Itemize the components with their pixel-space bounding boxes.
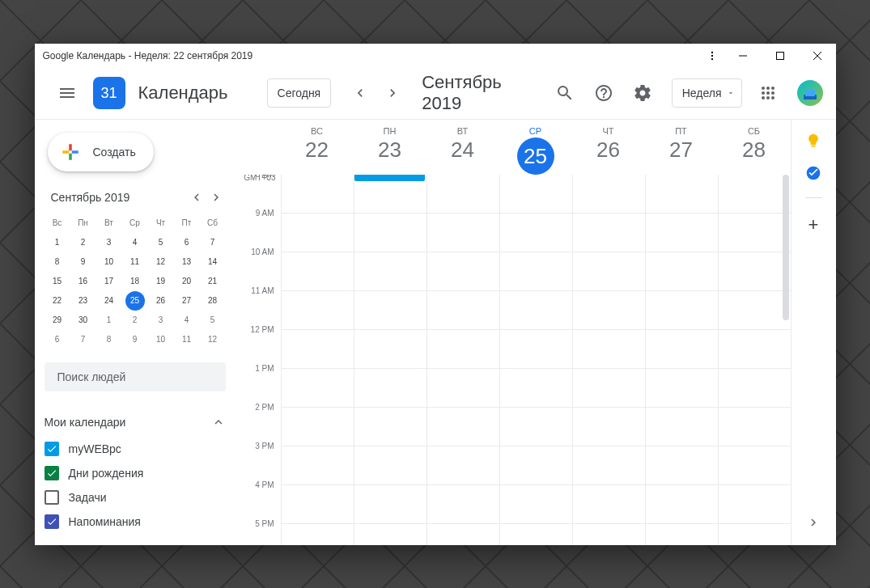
- hour-cell[interactable]: [282, 330, 354, 369]
- google-apps-icon[interactable]: [752, 77, 784, 109]
- calendar-checkbox[interactable]: [45, 442, 59, 456]
- collapse-panel-button[interactable]: [804, 513, 823, 532]
- minical-day[interactable]: 22: [48, 291, 67, 311]
- hour-cell[interactable]: [646, 291, 718, 330]
- hour-cell[interactable]: [282, 291, 354, 330]
- day-column[interactable]: [427, 175, 499, 545]
- minical-day[interactable]: 6: [177, 233, 197, 252]
- hour-cell[interactable]: [719, 369, 791, 408]
- calendar-checkbox[interactable]: [45, 514, 59, 529]
- next-week-button[interactable]: [380, 80, 405, 106]
- more-vert-icon[interactable]: [700, 50, 724, 61]
- main-menu-button[interactable]: [48, 74, 87, 112]
- today-button[interactable]: Сегодня: [267, 78, 332, 108]
- day-column-header[interactable]: СР25: [499, 120, 572, 175]
- hour-cell[interactable]: [427, 214, 499, 252]
- hour-cell[interactable]: [500, 369, 572, 408]
- hour-cell[interactable]: [646, 369, 718, 408]
- hour-cell[interactable]: [282, 369, 354, 408]
- minical-day[interactable]: 23: [74, 291, 93, 311]
- hour-cell[interactable]: [354, 252, 427, 291]
- day-number[interactable]: 22: [281, 137, 354, 163]
- hour-cell[interactable]: [500, 214, 572, 252]
- minical-day[interactable]: 3: [151, 311, 171, 330]
- hour-cell[interactable]: [427, 175, 499, 214]
- hour-cell[interactable]: [646, 446, 718, 485]
- prev-week-button[interactable]: [347, 80, 373, 106]
- hour-cell[interactable]: [354, 446, 427, 485]
- day-column[interactable]: [645, 175, 718, 545]
- hour-cell[interactable]: [719, 175, 791, 214]
- day-column-header[interactable]: ВТ24: [427, 120, 499, 175]
- hour-cell[interactable]: [354, 524, 427, 545]
- hour-cell[interactable]: [719, 485, 791, 524]
- hour-cell[interactable]: [573, 330, 645, 369]
- minical-day[interactable]: 5: [151, 233, 171, 252]
- day-number[interactable]: 24: [427, 137, 499, 163]
- calendar-checkbox[interactable]: [45, 466, 59, 480]
- hour-cell[interactable]: [354, 369, 427, 408]
- calendar-item[interactable]: Напоминания: [45, 510, 226, 534]
- minical-day[interactable]: 2: [74, 233, 93, 252]
- hour-cell[interactable]: [646, 485, 718, 524]
- hour-cell[interactable]: [646, 330, 718, 369]
- minical-day[interactable]: 11: [125, 252, 145, 272]
- settings-icon[interactable]: [626, 77, 659, 109]
- minical-day[interactable]: 2: [125, 311, 145, 330]
- minical-day[interactable]: 8: [48, 252, 67, 272]
- minical-day[interactable]: 6: [48, 330, 67, 349]
- minical-day[interactable]: 24: [100, 291, 119, 311]
- hour-cell[interactable]: [719, 408, 791, 446]
- minical-day[interactable]: 10: [151, 330, 171, 349]
- search-icon[interactable]: [549, 77, 581, 109]
- day-column-header[interactable]: ПН23: [354, 120, 427, 175]
- minical-day[interactable]: 21: [203, 272, 223, 291]
- search-people-input[interactable]: Поиск людей: [45, 362, 226, 391]
- hour-cell[interactable]: [573, 214, 645, 252]
- calendar-item[interactable]: Дни рождения: [45, 461, 226, 485]
- hour-cell[interactable]: [354, 485, 427, 524]
- minical-day[interactable]: 3: [100, 233, 119, 252]
- calendar-checkbox[interactable]: [45, 490, 59, 505]
- hour-cell[interactable]: [282, 446, 354, 485]
- hour-cell[interactable]: [719, 446, 791, 485]
- hour-cell[interactable]: [573, 175, 645, 214]
- hour-cell[interactable]: [573, 446, 645, 485]
- hour-cell[interactable]: [573, 485, 645, 524]
- keep-icon[interactable]: [805, 133, 821, 149]
- hour-cell[interactable]: [719, 214, 791, 252]
- hour-cell[interactable]: [427, 252, 499, 291]
- minical-day[interactable]: 9: [125, 330, 145, 349]
- day-number[interactable]: 25: [517, 137, 554, 175]
- hour-cell[interactable]: [354, 408, 427, 446]
- minical-prev-button[interactable]: [187, 188, 206, 207]
- hour-cell[interactable]: [573, 291, 645, 330]
- day-column[interactable]: [572, 175, 645, 545]
- hour-cell[interactable]: [427, 330, 499, 369]
- day-column-header[interactable]: ПТ27: [645, 120, 718, 175]
- hour-cell[interactable]: [646, 175, 718, 214]
- day-column-header[interactable]: ВС22: [281, 120, 354, 175]
- add-addon-button[interactable]: +: [808, 214, 819, 235]
- hour-cell[interactable]: [282, 408, 354, 446]
- hour-cell[interactable]: [427, 446, 499, 485]
- hour-cell[interactable]: [719, 252, 791, 291]
- hour-cell[interactable]: [719, 330, 791, 369]
- minical-day[interactable]: 1: [48, 233, 67, 252]
- hour-cell[interactable]: [573, 408, 645, 446]
- user-avatar[interactable]: [797, 80, 823, 106]
- hour-cell[interactable]: [573, 524, 645, 545]
- minical-day[interactable]: 7: [74, 330, 93, 349]
- minical-day[interactable]: 10: [100, 252, 119, 272]
- minical-day[interactable]: 26: [151, 291, 171, 311]
- maximize-button[interactable]: [762, 44, 799, 68]
- day-number[interactable]: 23: [354, 137, 427, 163]
- minical-day[interactable]: 7: [203, 233, 223, 252]
- minical-day[interactable]: 8: [100, 330, 119, 349]
- minical-day[interactable]: 9: [74, 252, 93, 272]
- hour-cell[interactable]: [282, 524, 354, 545]
- other-calendars-section[interactable]: Другие календари: [45, 540, 226, 545]
- minical-day[interactable]: 1: [100, 311, 119, 330]
- hour-cell[interactable]: [646, 214, 718, 252]
- minical-day[interactable]: 28: [203, 291, 223, 311]
